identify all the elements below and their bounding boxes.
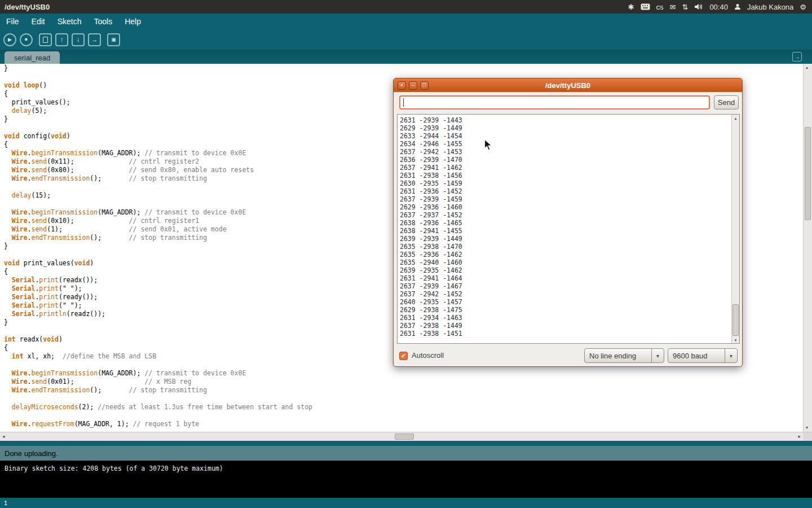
window-titlebar[interactable]: /dev/ttyUSB0 × – □ bbox=[394, 78, 742, 92]
window-controls: × – □ bbox=[398, 81, 429, 90]
serial-input[interactable] bbox=[399, 95, 710, 110]
scroll-right-icon[interactable]: ▸ bbox=[798, 434, 801, 439]
minimize-icon: – bbox=[412, 83, 414, 88]
line-ending-value: No line ending bbox=[585, 352, 651, 360]
line-ending-dropdown[interactable]: No line ending ▾ bbox=[584, 348, 664, 363]
new-document-icon bbox=[43, 37, 48, 43]
autoscroll-label: Autoscroll bbox=[412, 351, 444, 360]
network-icon[interactable]: ⇅ bbox=[682, 3, 688, 11]
minimize-button[interactable]: – bbox=[409, 81, 417, 90]
chevron-down-icon[interactable]: ▾ bbox=[651, 349, 664, 362]
editor-vertical-scrollbar[interactable]: ▴ ▾ bbox=[803, 64, 812, 432]
save-arrow-icon: ↓ bbox=[77, 36, 80, 43]
menu-help[interactable]: Help bbox=[118, 14, 147, 29]
editor-horizontal-scrollbar[interactable]: ◂ ▸ bbox=[0, 432, 803, 441]
upload-arrow-icon: → bbox=[91, 36, 98, 43]
menubar: File Edit Sketch Tools Help bbox=[0, 14, 812, 29]
top-panel: /dev/ttyUSB0 ✱ cs ✉ ⇅ 00:40 Jakub Kakona… bbox=[0, 0, 812, 14]
menu-sketch[interactable]: Sketch bbox=[51, 14, 88, 29]
menu-edit[interactable]: Edit bbox=[25, 14, 51, 29]
serial-scroll-up[interactable]: ▴ bbox=[732, 115, 739, 121]
user-name-label[interactable]: Jakub Kakona bbox=[747, 3, 793, 11]
toolbar: ▶ ■ ↑ ↓ → ▣ bbox=[0, 29, 812, 50]
serial-monitor-icon: ▣ bbox=[111, 37, 116, 42]
serial-scroll-handle[interactable] bbox=[732, 304, 739, 336]
verify-button[interactable]: ▶ bbox=[3, 33, 16, 46]
play-icon: ▶ bbox=[8, 37, 12, 42]
serial-monitor-window: /dev/ttyUSB0 × – □ Send 2631 -2939 -1443… bbox=[393, 78, 743, 367]
menu-tools[interactable]: Tools bbox=[88, 14, 119, 29]
serial-output: 2631 -2939 -14432629 -2939 -14492633 -29… bbox=[400, 116, 730, 342]
autoscroll-checkbox[interactable]: ✔ bbox=[399, 352, 408, 360]
editor-vertical-scroll-handle[interactable] bbox=[805, 127, 811, 220]
baud-rate-dropdown[interactable]: 9600 baud ▾ bbox=[668, 348, 738, 363]
chevron-down-icon[interactable]: ▾ bbox=[725, 349, 737, 362]
tabbar: serial_read → bbox=[0, 50, 812, 64]
clock-label[interactable]: 00:40 bbox=[709, 3, 728, 11]
stop-button[interactable]: ■ bbox=[20, 33, 33, 46]
console-text: Binary sketch size: 4208 bytes (of a 307… bbox=[5, 465, 223, 472]
console-output: Binary sketch size: 4208 bytes (of a 307… bbox=[0, 461, 812, 498]
scroll-left-icon[interactable]: ◂ bbox=[2, 434, 5, 439]
maximize-icon: □ bbox=[423, 83, 426, 88]
tab-menu-button[interactable]: → bbox=[792, 52, 802, 62]
serial-monitor-button[interactable]: ▣ bbox=[107, 33, 120, 46]
scrollbar-corner bbox=[803, 432, 812, 441]
scroll-up-icon: ▴ bbox=[735, 116, 737, 120]
scroll-down-icon[interactable]: ▾ bbox=[806, 426, 808, 430]
status-bar: Done uploading. bbox=[0, 446, 812, 461]
status-text: Done uploading. bbox=[5, 449, 58, 458]
save-button[interactable]: ↓ bbox=[72, 33, 85, 46]
close-button[interactable]: × bbox=[398, 81, 406, 90]
menu-file[interactable]: File bbox=[0, 14, 25, 29]
upload-button[interactable]: → bbox=[88, 33, 101, 46]
scroll-up-icon[interactable]: ▴ bbox=[806, 65, 808, 70]
scroll-down-icon: ▾ bbox=[735, 338, 737, 342]
check-icon: ✔ bbox=[401, 353, 406, 359]
panel-window-title: /dev/ttyUSB0 bbox=[5, 3, 50, 11]
maximize-button[interactable]: □ bbox=[420, 81, 429, 90]
close-icon: × bbox=[400, 83, 403, 88]
open-arrow-icon: ↑ bbox=[60, 36, 64, 43]
line-indicator-bar: 1 bbox=[0, 498, 812, 508]
new-sketch-button[interactable] bbox=[39, 33, 52, 46]
chrome-strip bbox=[0, 441, 812, 446]
send-label: Send bbox=[718, 98, 735, 107]
user-icon bbox=[734, 3, 741, 10]
volume-icon[interactable] bbox=[694, 3, 703, 10]
mail-icon[interactable]: ✉ bbox=[670, 3, 676, 11]
indicator-star-icon[interactable]: ✱ bbox=[628, 3, 634, 11]
tab-menu-icon: → bbox=[795, 54, 800, 60]
send-button[interactable]: Send bbox=[714, 95, 739, 110]
tab-label: serial_read bbox=[14, 54, 50, 62]
open-button[interactable]: ↑ bbox=[55, 33, 68, 46]
line-indicator: 1 bbox=[4, 500, 7, 506]
text-caret bbox=[403, 98, 404, 107]
serial-output-area[interactable]: 2631 -2939 -14432629 -2939 -14492633 -29… bbox=[397, 114, 740, 344]
keyboard-layout-label[interactable]: cs bbox=[656, 3, 664, 11]
panel-indicators: ✱ cs ✉ ⇅ 00:40 Jakub Kakona ⚙ bbox=[628, 3, 812, 11]
editor-horizontal-scroll-handle[interactable] bbox=[395, 433, 414, 440]
stop-icon: ■ bbox=[25, 37, 28, 42]
serial-scroll-down[interactable]: ▾ bbox=[732, 336, 739, 343]
serial-scrollbar[interactable]: ▴ ▾ bbox=[731, 115, 739, 343]
keyboard-icon[interactable] bbox=[641, 3, 650, 10]
baud-rate-value: 9600 baud bbox=[668, 352, 725, 360]
window-title: /dev/ttyUSB0 bbox=[394, 81, 742, 90]
gear-icon[interactable]: ⚙ bbox=[800, 3, 806, 11]
tab-serial-read[interactable]: serial_read bbox=[5, 51, 60, 64]
